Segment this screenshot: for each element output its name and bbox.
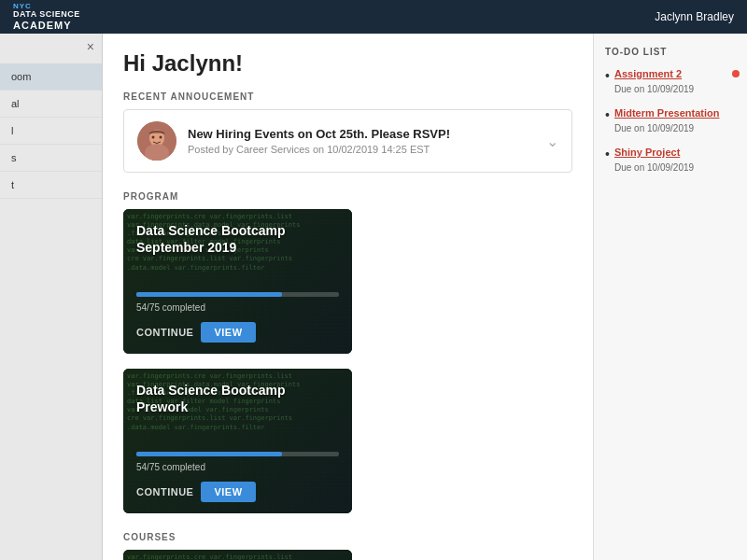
svg-point-3 xyxy=(152,136,155,139)
announcement-title: New Hiring Events on Oct 25th. Please RS… xyxy=(188,127,535,141)
greeting-heading: Hi Jaclynn! xyxy=(123,50,572,77)
continue-button-program-1[interactable]: CONTINUE xyxy=(136,486,193,497)
announcement-section-label: RECENT ANNOUCEMENT xyxy=(123,91,572,102)
card-content-0: Data Science Bootcamp September 2019 54/… xyxy=(123,209,352,354)
sidebar-item-oom[interactable]: oom xyxy=(0,63,102,91)
todo-item-due-0: Due on 10/09/2019 xyxy=(614,84,694,94)
todo-item-2: Shiny Project Due on 10/09/2019 xyxy=(605,147,736,175)
card-title-1: Data Science Bootcamp Prework xyxy=(136,382,339,415)
program-card-1: var.fingerprints.cre var.fingerprints.li… xyxy=(123,369,352,513)
announcement-text: New Hiring Events on Oct 25th. Please RS… xyxy=(188,127,535,155)
sidebar: × oom al l s t xyxy=(0,34,103,560)
view-button-program-1[interactable]: VIEW xyxy=(201,482,255,502)
program-card-0: var.fingerprints.cre var.fingerprints.li… xyxy=(123,209,352,354)
main-content: Hi Jaclynn! RECENT ANNOUCEMENT New Hirin… xyxy=(103,34,593,560)
course-content-0: Python Machine Learning 54/75 completed … xyxy=(123,550,352,560)
card-bottom-0: 54/75 completed CONTINUE VIEW xyxy=(136,292,339,343)
program-cards-grid: var.fingerprints.cre var.fingerprints.li… xyxy=(123,209,572,513)
progress-bar-fill-1 xyxy=(136,452,282,456)
sidebar-close-button[interactable]: × xyxy=(87,39,94,54)
user-name: Jaclynn Bradley xyxy=(655,10,734,23)
card-title-0: Data Science Bootcamp September 2019 xyxy=(136,222,339,256)
todo-title: TO-DO LIST xyxy=(605,47,736,57)
progress-text-0: 54/75 completed xyxy=(136,302,339,313)
top-nav: NYC DATA SCIENCE ACADEMY Jaclynn Bradley xyxy=(0,0,747,34)
svg-point-4 xyxy=(160,136,162,139)
logo-academy: ACADEMY xyxy=(13,20,80,31)
logo: NYC DATA SCIENCE ACADEMY xyxy=(13,3,80,32)
progress-bar-wrap-0 xyxy=(136,292,339,297)
courses-cards-grid: var.fingerprints.cre var.fingerprints.li… xyxy=(123,550,572,560)
chevron-down-icon[interactable]: ⌄ xyxy=(546,133,558,150)
progress-bar-fill-0 xyxy=(136,292,282,297)
sidebar-item-s[interactable]: s xyxy=(0,145,102,172)
sidebar-item-al[interactable]: al xyxy=(0,91,102,118)
todo-item-link-0[interactable]: Assignment 2 xyxy=(614,68,736,79)
todo-item-link-2[interactable]: Shiny Project xyxy=(614,147,736,158)
sidebar-item-l[interactable]: l xyxy=(0,118,102,145)
card-content-1: Data Science Bootcamp Prework 54/75 comp… xyxy=(123,369,352,513)
card-bottom-1: 54/75 completed CONTINUE VIEW xyxy=(136,452,339,502)
courses-section-label: COURSES xyxy=(123,532,572,542)
todo-sidebar: TO-DO LIST Assignment 2 Due on 10/09/201… xyxy=(593,34,747,560)
logo-ds: DATA SCIENCE xyxy=(13,10,80,20)
todo-item-1: Midterm Presentation Due on 10/09/2019 xyxy=(605,107,736,135)
card-actions-0: CONTINUE VIEW xyxy=(136,322,339,343)
card-actions-1: CONTINUE VIEW xyxy=(136,482,339,502)
avatar xyxy=(137,121,176,161)
progress-bar-wrap-1 xyxy=(136,452,339,456)
main-layout: × oom al l s t Hi Jaclynn! RECENT ANNOUC… xyxy=(0,34,747,560)
avatar-image xyxy=(137,121,176,161)
announcement-meta: Posted by Career Services on 10/02/2019 … xyxy=(188,144,535,155)
continue-button-program-0[interactable]: CONTINUE xyxy=(136,327,193,338)
progress-text-1: 54/75 completed xyxy=(136,462,339,472)
todo-urgent-dot-0 xyxy=(732,70,740,77)
sidebar-item-t[interactable]: t xyxy=(0,172,102,199)
todo-item-0: Assignment 2 Due on 10/09/2019 xyxy=(605,68,736,96)
program-section-label: PROGRAM xyxy=(123,191,572,202)
announcement-card: New Hiring Events on Oct 25th. Please RS… xyxy=(123,109,572,173)
view-button-program-0[interactable]: VIEW xyxy=(201,322,255,343)
todo-item-due-1: Due on 10/09/2019 xyxy=(614,123,694,133)
course-card-0: var.fingerprints.cre var.fingerprints.li… xyxy=(123,550,352,560)
todo-item-link-1[interactable]: Midterm Presentation xyxy=(614,107,736,119)
todo-item-due-2: Due on 10/09/2019 xyxy=(614,162,694,173)
